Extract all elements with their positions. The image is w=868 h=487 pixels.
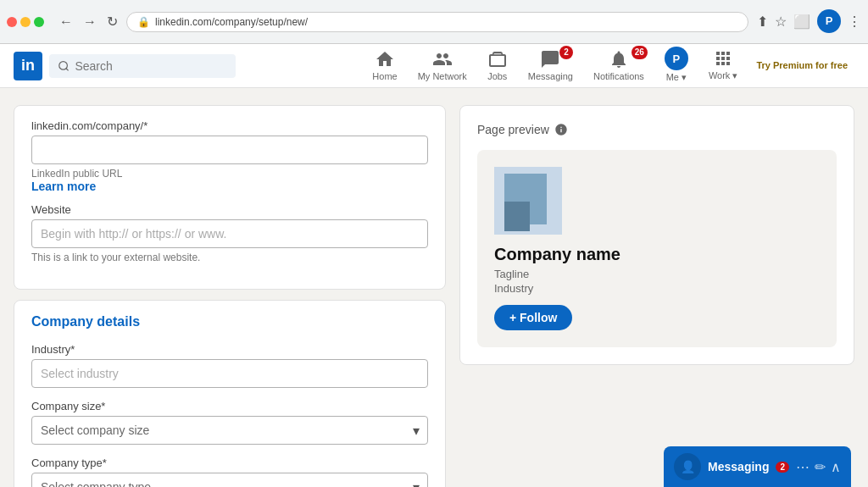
url-card: linkedin.com/company/* LinkedIn public U… xyxy=(14,105,446,290)
search-icon xyxy=(58,59,70,73)
public-url-label: LinkedIn public URL xyxy=(31,168,428,180)
browser-back-btn[interactable]: ← xyxy=(56,12,76,31)
me-avatar: P xyxy=(665,47,688,70)
extensions-icon[interactable]: ⬜ xyxy=(793,14,810,30)
preview-title: Page preview xyxy=(477,123,837,136)
home-icon xyxy=(375,49,395,69)
messaging-compose-icon[interactable]: ✏ xyxy=(815,459,826,475)
nav-me[interactable]: P Me ▾ xyxy=(656,42,697,90)
company-type-select-wrapper: Select company type ▾ xyxy=(31,473,428,487)
chat-icon xyxy=(540,49,560,69)
browser-max-btn[interactable] xyxy=(34,17,44,27)
company-size-select-wrapper: Select company size ▾ xyxy=(31,416,428,445)
star-icon[interactable]: ☆ xyxy=(775,14,787,30)
company-size-field: Company size* Select company size ▾ xyxy=(31,400,428,445)
preview-tagline: Tagline xyxy=(494,268,529,280)
url-bar[interactable]: 🔒 linkedin.com/company/setup/new/ xyxy=(126,12,748,32)
website-field-group: Website This is a link to your external … xyxy=(31,203,428,263)
messaging-avatar: 👤 xyxy=(674,453,701,480)
messaging-label: Messaging xyxy=(708,460,769,473)
premium-button[interactable]: Try Premium for free xyxy=(749,56,854,75)
url-prefix: linkedin.com/company/* xyxy=(31,119,428,132)
info-icon xyxy=(554,123,568,136)
svg-point-0 xyxy=(59,61,68,69)
browser-chrome: ← → ↻ 🔒 linkedin.com/company/setup/new/ … xyxy=(0,0,868,44)
nav-me-label: Me ▾ xyxy=(666,72,687,83)
website-hint: This is a link to your external website. xyxy=(31,252,428,263)
nav-work[interactable]: Work ▾ xyxy=(700,43,747,88)
preview-industry: Industry xyxy=(494,282,533,295)
website-label: Website xyxy=(31,203,428,216)
company-details-title: Company details xyxy=(31,314,428,329)
industry-label: Industry* xyxy=(31,343,428,356)
nav-home[interactable]: Home xyxy=(364,44,405,88)
notifications-badge: 26 xyxy=(632,46,648,59)
left-column: linkedin.com/company/* LinkedIn public U… xyxy=(14,105,446,487)
more-icon[interactable]: ⋮ xyxy=(848,14,861,30)
browser-close-btn[interactable] xyxy=(7,17,17,27)
preview-card: Page preview Company name Tagline Indust… xyxy=(459,105,854,365)
company-type-label: Company type* xyxy=(31,457,428,469)
messaging-collapse-icon[interactable]: ∧ xyxy=(831,459,841,475)
browser-reload-btn[interactable]: ↻ xyxy=(103,12,121,31)
company-logo-preview xyxy=(494,167,562,235)
url-text: linkedin.com/company/setup/new/ xyxy=(155,16,308,28)
page-body: linkedin.com/company/* LinkedIn public U… xyxy=(0,88,868,487)
company-size-select[interactable]: Select company size xyxy=(31,416,428,445)
svg-line-1 xyxy=(66,68,69,70)
messaging-badge-count: 2 xyxy=(776,462,789,473)
nav-network-label: My Network xyxy=(418,71,467,81)
company-type-field: Company type* Select company type ▾ xyxy=(31,457,428,487)
nav-my-network[interactable]: My Network xyxy=(409,44,476,88)
messaging-widget[interactable]: 👤 Messaging 2 ⋯ ✏ ∧ xyxy=(664,446,851,487)
industry-field: Industry* xyxy=(31,343,428,388)
learn-more-link[interactable]: Learn more xyxy=(31,180,96,193)
search-input[interactable] xyxy=(75,59,227,73)
nav-messaging[interactable]: 2 Messaging xyxy=(520,44,581,88)
share-icon[interactable]: ⬆ xyxy=(757,14,768,30)
company-url-input[interactable] xyxy=(31,136,428,164)
messaging-more-icon[interactable]: ⋯ xyxy=(796,459,810,475)
follow-button[interactable]: + Follow xyxy=(494,305,572,330)
company-size-label: Company size* xyxy=(31,400,428,412)
messaging-badge: 2 xyxy=(559,46,573,59)
industry-input[interactable] xyxy=(31,359,428,388)
nav-notifications[interactable]: 26 Notifications xyxy=(585,44,653,88)
preview-company-name: Company name xyxy=(494,245,620,264)
browser-profile-avatar[interactable]: P xyxy=(817,9,841,33)
preview-inner: Company name Tagline Industry + Follow xyxy=(477,150,837,347)
people-icon xyxy=(432,49,453,69)
browser-min-btn[interactable] xyxy=(20,17,31,27)
company-type-select[interactable]: Select company type xyxy=(31,473,428,487)
nav-work-label: Work ▾ xyxy=(709,70,738,81)
browser-forward-btn[interactable]: → xyxy=(80,12,100,31)
search-bar[interactable] xyxy=(49,54,236,78)
nav-items: Home My Network Jobs 2 Messaging xyxy=(364,42,854,90)
nav-messaging-label: Messaging xyxy=(528,71,573,81)
lock-icon: 🔒 xyxy=(137,16,150,28)
app-nav: in Home My Network Jobs xyxy=(0,44,868,88)
logo-shape-2 xyxy=(504,202,530,231)
company-details-card: Company details Industry* Company size* … xyxy=(14,300,446,487)
website-input[interactable] xyxy=(31,219,428,248)
linkedin-logo[interactable]: in xyxy=(14,52,42,80)
nav-home-label: Home xyxy=(372,71,397,81)
grid-icon xyxy=(713,48,733,69)
right-column: Page preview Company name Tagline Indust… xyxy=(459,105,854,487)
nav-jobs[interactable]: Jobs xyxy=(479,44,516,88)
nav-notifications-label: Notifications xyxy=(593,71,644,81)
nav-jobs-label: Jobs xyxy=(487,71,507,81)
briefcase-icon xyxy=(487,49,508,69)
bell-icon xyxy=(609,49,629,69)
messaging-actions: ⋯ ✏ ∧ xyxy=(796,459,841,475)
